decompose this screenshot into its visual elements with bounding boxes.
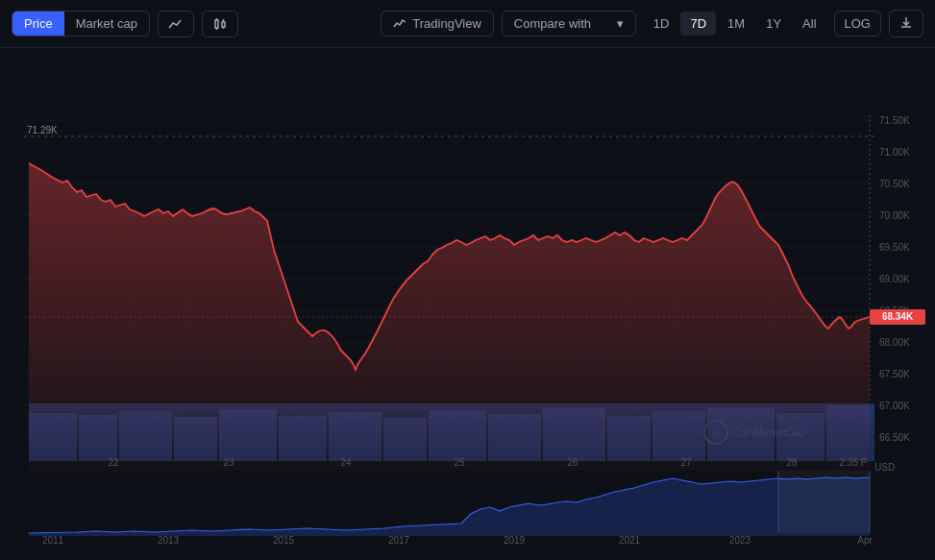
time-1d[interactable]: 1D [644, 12, 679, 36]
svg-text:◎: ◎ [712, 427, 721, 438]
svg-text:2011: 2011 [42, 535, 64, 546]
time-1m[interactable]: 1M [718, 12, 754, 36]
main-chart-svg: 71.29K 71.50K 71.00K 70.50K 70.00K 69.50… [0, 48, 935, 471]
svg-text:2013: 2013 [158, 535, 180, 546]
tradingview-button[interactable]: TradingView [381, 11, 494, 37]
time-1y[interactable]: 1Y [756, 12, 791, 36]
svg-text:23: 23 [223, 457, 234, 468]
compare-with-button[interactable]: Compare with ▾ [502, 11, 636, 37]
svg-text:USD: USD [874, 462, 895, 471]
svg-text:26: 26 [567, 457, 578, 468]
svg-text:71.29K: 71.29K [27, 125, 58, 135]
svg-text:27: 27 [680, 457, 692, 468]
svg-text:28: 28 [786, 457, 798, 468]
svg-text:71.00K: 71.00K [879, 147, 910, 158]
price-marketcap-group: Price Market cap [12, 11, 150, 37]
time-all[interactable]: All [793, 12, 825, 36]
svg-rect-0 [215, 20, 218, 28]
line-chart-button[interactable] [158, 11, 194, 37]
chevron-down-icon: ▾ [617, 16, 624, 31]
svg-rect-3 [222, 22, 225, 27]
svg-text:2023: 2023 [729, 535, 751, 546]
svg-text:70.50K: 70.50K [879, 179, 910, 189]
log-button[interactable]: LOG [834, 11, 881, 37]
compare-with-label: Compare with [514, 16, 591, 31]
tradingview-icon [393, 17, 406, 31]
svg-text:71.50K: 71.50K [879, 115, 910, 126]
svg-text:2017: 2017 [388, 535, 410, 546]
candle-chart-button[interactable] [202, 11, 238, 37]
market-cap-button[interactable]: Market cap [64, 12, 149, 36]
download-button[interactable] [889, 10, 923, 37]
mini-chart: 2011 2013 2015 2017 2019 2021 2023 Apr [0, 471, 935, 546]
svg-text:25: 25 [454, 457, 465, 468]
svg-text:68.00K: 68.00K [879, 337, 910, 348]
svg-text:67.00K: 67.00K [879, 401, 910, 411]
price-button[interactable]: Price [12, 12, 64, 36]
download-icon [899, 15, 913, 29]
mini-chart-svg: 2011 2013 2015 2017 2019 2021 2023 Apr [0, 471, 935, 546]
svg-rect-73 [778, 471, 870, 533]
tradingview-label: TradingView [412, 16, 481, 31]
svg-text:Apr: Apr [857, 535, 873, 546]
svg-text:2019: 2019 [504, 535, 526, 546]
svg-text:2015: 2015 [273, 535, 295, 546]
toolbar: Price Market cap TradingView Compare wit… [0, 0, 935, 48]
svg-text:2:35 P: 2:35 P [840, 457, 868, 468]
svg-text:70.00K: 70.00K [879, 210, 910, 221]
svg-text:69.00K: 69.00K [879, 274, 910, 284]
line-icon [168, 16, 184, 32]
time-range-group: 1D 7D 1M 1Y All [644, 12, 826, 36]
candle-icon [212, 16, 228, 32]
svg-text:CoinMarketCap: CoinMarketCap [732, 426, 805, 438]
time-7d[interactable]: 7D [680, 12, 716, 36]
svg-text:67.50K: 67.50K [879, 369, 910, 379]
svg-text:24: 24 [340, 457, 352, 468]
svg-text:68.34K: 68.34K [882, 311, 914, 322]
svg-text:66.50K: 66.50K [879, 432, 910, 443]
svg-text:22: 22 [108, 457, 119, 468]
svg-text:2021: 2021 [619, 535, 641, 546]
svg-text:69.50K: 69.50K [879, 242, 910, 253]
main-chart: 71.29K 71.50K 71.00K 70.50K 70.00K 69.50… [0, 48, 935, 471]
